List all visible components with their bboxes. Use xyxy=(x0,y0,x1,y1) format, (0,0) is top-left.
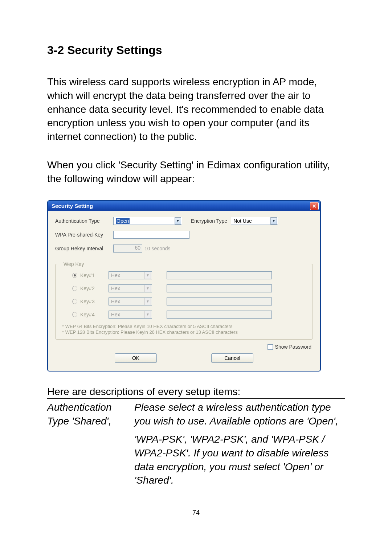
desc-item-text-1: Please select a wireless authentication … xyxy=(134,401,345,428)
intro-paragraph-1: This wireless card supports wireless enc… xyxy=(47,75,345,144)
table-intro: Here are descriptions of every setup ite… xyxy=(47,386,345,398)
rekey-unit-label: 10 seconds xyxy=(144,246,171,251)
encryption-type-value: Not Use xyxy=(233,218,252,224)
wep-key3-input[interactable] xyxy=(167,297,272,305)
desc-item-text-2: 'WPA-PSK', 'WPA2-PSK', and 'WPA-PSK / WP… xyxy=(134,432,345,487)
ok-button[interactable]: OK xyxy=(115,353,157,363)
chevron-down-icon[interactable]: ▼ xyxy=(144,311,151,318)
desc-item-name: Authentication Type 'Shared', xyxy=(47,401,134,428)
wep-key1-label: Key#1 xyxy=(80,272,102,278)
wep-key4-input[interactable] xyxy=(167,311,272,319)
show-password-checkbox[interactable] xyxy=(268,344,273,350)
description-table: Authentication Type 'Shared', Please sel… xyxy=(47,398,345,487)
cancel-button[interactable]: Cancel xyxy=(211,353,253,363)
wep-key-group: Wep Key Key#1 Hex ▼ Key#2 xyxy=(55,261,313,340)
wep-key-row: Key#2 Hex ▼ xyxy=(62,284,306,292)
wep-key1-format-value: Hex xyxy=(111,272,120,278)
auth-type-select[interactable]: Open ▼ xyxy=(113,217,182,225)
wep-key3-label: Key#3 xyxy=(80,299,102,304)
section-heading: 3-2 Security Settings xyxy=(47,44,345,57)
dialog-title: Security Setting xyxy=(52,203,93,209)
rekey-input[interactable]: 60 xyxy=(113,245,142,253)
wep-key2-format-value: Hex xyxy=(111,286,120,291)
auth-type-label: Authentication Type xyxy=(55,218,113,224)
wep-key4-format-select[interactable]: Hex ▼ xyxy=(109,311,152,319)
encryption-type-select[interactable]: Not Use ▼ xyxy=(231,217,278,225)
chevron-down-icon[interactable]: ▼ xyxy=(270,217,277,225)
page-number: 74 xyxy=(47,509,345,517)
wep-legend: Wep Key xyxy=(62,261,86,267)
wep-key3-radio[interactable] xyxy=(72,299,77,304)
chevron-down-icon[interactable]: ▼ xyxy=(144,272,151,279)
wep-key2-format-select[interactable]: Hex ▼ xyxy=(109,284,152,292)
wep-key-row: Key#4 Hex ▼ xyxy=(62,311,306,319)
wep-key2-radio[interactable] xyxy=(72,286,77,291)
close-icon[interactable]: ✕ xyxy=(310,202,319,210)
psk-label: WPA Pre-shared-Key xyxy=(55,232,113,238)
wep-note-1: * WEP 64 Bits Encryption: Please Keyin 1… xyxy=(62,324,306,330)
wep-key-row: Key#3 Hex ▼ xyxy=(62,297,306,305)
chevron-down-icon[interactable]: ▼ xyxy=(144,298,151,305)
wep-key1-radio[interactable] xyxy=(72,273,77,278)
intro-paragraph-2: When you click 'Security Setting' in Edi… xyxy=(47,158,345,186)
dialog-titlebar[interactable]: Security Setting ✕ xyxy=(48,201,320,211)
wep-key-row: Key#1 Hex ▼ xyxy=(62,271,306,279)
rekey-label: Group Rekey Interval xyxy=(55,246,113,251)
wep-key1-input[interactable] xyxy=(167,271,272,279)
wep-key2-label: Key#2 xyxy=(80,286,102,291)
wep-key3-format-select[interactable]: Hex ▼ xyxy=(109,297,152,305)
psk-input[interactable] xyxy=(113,231,189,239)
security-setting-dialog: Security Setting ✕ Authentication Type O… xyxy=(47,200,321,372)
chevron-down-icon[interactable]: ▼ xyxy=(175,217,181,225)
wep-note-2: * WEP 128 Bits Encryption: Please Keyin … xyxy=(62,329,306,336)
wep-key1-format-select[interactable]: Hex ▼ xyxy=(109,271,152,279)
wep-key2-input[interactable] xyxy=(167,284,272,292)
auth-type-value: Open xyxy=(116,218,130,224)
wep-key4-label: Key#4 xyxy=(80,312,102,317)
wep-key4-radio[interactable] xyxy=(72,312,77,317)
chevron-down-icon[interactable]: ▼ xyxy=(144,285,151,292)
wep-key3-format-value: Hex xyxy=(111,299,120,304)
show-password-label: Show Password xyxy=(275,344,311,350)
wep-key4-format-value: Hex xyxy=(111,312,120,317)
encryption-type-label: Encryption Type xyxy=(191,218,227,224)
